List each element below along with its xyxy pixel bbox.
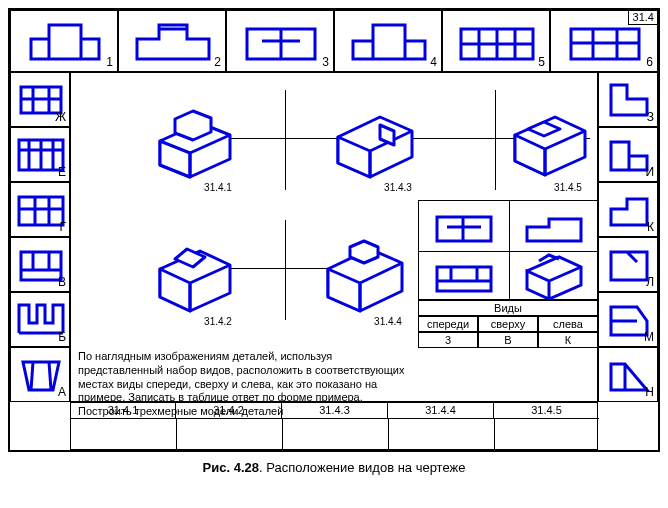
views-header: сверху	[478, 316, 538, 332]
right-letter: Л	[646, 275, 654, 289]
iso-label: 31.4.4	[358, 316, 418, 327]
example-block	[418, 200, 598, 300]
iso-part-3	[320, 105, 430, 185]
left-view-a: А	[10, 347, 70, 402]
left-view-v: В	[10, 237, 70, 292]
answer-header: 31.4.3	[282, 403, 388, 419]
right-letter: Н	[645, 385, 654, 399]
right-view-k: К	[598, 182, 658, 237]
top-view-2: 2	[118, 10, 226, 72]
iso-label: 31.4.3	[368, 182, 428, 193]
views-answer: К	[538, 332, 598, 348]
left-letter: Г	[60, 220, 67, 234]
ortho-icon	[11, 11, 119, 73]
ortho-icon	[443, 11, 551, 73]
ortho-icon	[509, 201, 599, 251]
answer-header: 31.4.2	[176, 403, 282, 419]
caption-text: . Расположение видов на чертеже	[259, 460, 466, 475]
top-num: 3	[322, 55, 329, 69]
divider	[285, 90, 286, 190]
ortho-icon	[119, 11, 227, 73]
left-letter: Ж	[55, 110, 66, 124]
views-answer: 3	[418, 332, 478, 348]
left-letter: Е	[58, 165, 66, 179]
ortho-icon	[227, 11, 335, 73]
left-view-zh: Ж	[10, 72, 70, 127]
top-view-6: 6	[550, 10, 658, 72]
left-letter: Б	[58, 330, 66, 344]
answer-row: 31.4.1 31.4.2 31.4.3 31.4.4 31.4.5	[70, 402, 598, 450]
ortho-icon	[419, 201, 509, 251]
iso-label: 31.4.1	[188, 182, 248, 193]
divider	[285, 220, 286, 320]
divider	[495, 90, 496, 190]
answer-header: 31.4.5	[494, 403, 599, 419]
left-view-g: Г	[10, 182, 70, 237]
left-letter: В	[58, 275, 66, 289]
ortho-icon	[419, 251, 509, 301]
top-view-4: 4	[334, 10, 442, 72]
drawing-frame: 31.4 1 2 3 4 5 6 Ж Е Г В Б А З И К Л М	[8, 8, 660, 452]
iso-label: 31.4.5	[538, 182, 598, 193]
right-letter: И	[645, 165, 654, 179]
left-letter: А	[58, 385, 66, 399]
iso-part-5	[500, 105, 600, 185]
views-answer: В	[478, 332, 538, 348]
right-view-l: Л	[598, 237, 658, 292]
left-view-e: Е	[10, 127, 70, 182]
right-view-z: З	[598, 72, 658, 127]
right-letter: М	[644, 330, 654, 344]
top-view-5: 5	[442, 10, 550, 72]
top-num: 1	[106, 55, 113, 69]
iso-label: 31.4.2	[188, 316, 248, 327]
iso-part-1	[140, 105, 250, 185]
iso-part-4	[310, 235, 420, 320]
caption-number: Рис. 4.28	[203, 460, 259, 475]
views-title: Виды	[418, 300, 598, 316]
top-num: 4	[430, 55, 437, 69]
top-num: 6	[646, 55, 653, 69]
right-letter: З	[647, 110, 654, 124]
top-num: 5	[538, 55, 545, 69]
left-view-b: Б	[10, 292, 70, 347]
right-view-i: И	[598, 127, 658, 182]
iso-part-2	[140, 235, 250, 320]
top-view-1: 1	[10, 10, 118, 72]
views-header: спереди	[418, 316, 478, 332]
ortho-icon	[335, 11, 443, 73]
top-view-3: 3	[226, 10, 334, 72]
right-letter: К	[647, 220, 654, 234]
ortho-icon	[551, 11, 659, 73]
iso-icon	[509, 251, 599, 301]
right-view-m: М	[598, 292, 658, 347]
answer-header: 31.4.1	[71, 403, 176, 419]
right-view-n: Н	[598, 347, 658, 402]
top-num: 2	[214, 55, 221, 69]
figure-caption: Рис. 4.28. Расположение видов на чертеже	[0, 460, 668, 475]
views-header: слева	[538, 316, 598, 332]
answer-header: 31.4.4	[388, 403, 494, 419]
